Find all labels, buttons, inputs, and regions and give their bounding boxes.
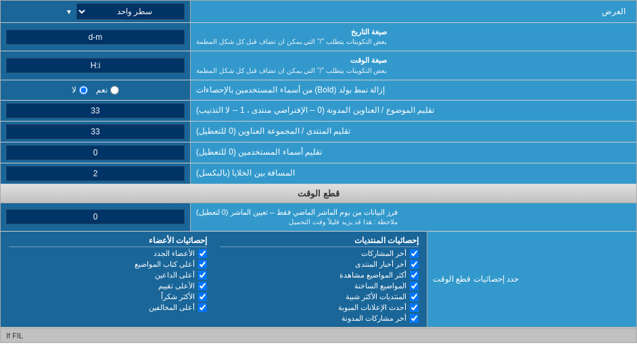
- bold-no-text: لا: [72, 85, 76, 95]
- usernames-trim-label: تقليم أسماء المستخدمين (0 للتعطيل): [196, 147, 322, 158]
- stat-col1-item1[interactable]: أخر المشاركات: [220, 249, 419, 258]
- time-filter-label: فرز البيانات من يوم الماشر الماضي فقط --…: [196, 207, 398, 217]
- bold-yes-label[interactable]: نعم: [96, 85, 119, 95]
- lines-select[interactable]: سطر واحد سطران ثلاثة أسطر: [76, 3, 185, 20]
- date-format-input[interactable]: [6, 30, 185, 45]
- stat-col2-item3[interactable]: أعلى الداعين: [9, 271, 207, 280]
- bold-no-radio[interactable]: [79, 86, 88, 95]
- select-icon: ▼: [66, 8, 72, 16]
- stat-col2-item6[interactable]: أعلى المخالفين: [9, 303, 207, 312]
- forum-order-input[interactable]: [6, 124, 185, 139]
- stat-col1-item6[interactable]: أحدث الإعلانات المبوبة: [220, 303, 419, 312]
- col2-header: إحصائيات الأعضاء: [9, 236, 207, 247]
- bold-yes-radio[interactable]: [110, 86, 119, 95]
- col1-header: إحصائيات المنتديات: [220, 236, 419, 247]
- stat-col1-item5[interactable]: المنتديات الأكثر شبية: [220, 292, 419, 301]
- bold-no-label[interactable]: لا: [72, 85, 88, 95]
- page-title: العرض: [602, 6, 626, 18]
- date-format-sublabel: بعض التكوينات يتطلب "/" التي يمكن ان تضا…: [196, 37, 387, 47]
- stats-section-label: حدد إحصائيات قطع الوقت: [433, 274, 519, 285]
- gap-input[interactable]: [6, 166, 185, 181]
- topic-order-label: تقليم الموضوع / العناوين المدونة (0 -- ا…: [196, 105, 434, 116]
- stat-col2-item5[interactable]: الأكثر شكراً: [9, 292, 207, 301]
- stat-col1-item7[interactable]: أخر مشاركات المدونة: [220, 314, 419, 323]
- footer-note: If FIL: [6, 332, 23, 340]
- date-format-label: صيغة التاريخ: [196, 27, 387, 37]
- stat-col2-item4[interactable]: الأعلى تقييم: [9, 282, 207, 290]
- gap-label: المسافة بين الخلايا (بالبكسل): [196, 167, 295, 179]
- stat-col1-item2[interactable]: أخر أخبار المنتدى: [220, 260, 419, 269]
- time-section-header: قطع الوقت: [1, 184, 636, 203]
- time-filter-sublabel: ملاحظة : هذا قد يزيد قليلاً وقت التحميل: [196, 217, 398, 227]
- bold-stats-label: إزالة نمط بولد (Bold) من أسماء المستخدمي…: [196, 84, 385, 96]
- time-format-input[interactable]: [6, 58, 185, 73]
- usernames-trim-input[interactable]: [6, 145, 185, 160]
- time-filter-input[interactable]: [6, 209, 185, 224]
- time-format-sublabel: بعض التكوينات يتطلب "/" التي يمكن ان تضا…: [196, 66, 387, 76]
- stat-col2-item1[interactable]: الأعضاء الجدد: [9, 249, 207, 258]
- bold-yes-text: نعم: [96, 85, 108, 95]
- stat-col1-item3[interactable]: أكثر المواضيع مشاهدة: [220, 271, 419, 280]
- forum-order-label: تقليم المنتدى / المجموعة العناوين (0 للت…: [196, 126, 350, 137]
- stat-col2-item2[interactable]: أعلى كتاب المواضيع: [9, 260, 207, 269]
- stat-col1-item4[interactable]: المواضيع الساخنة: [220, 282, 419, 290]
- topic-order-input[interactable]: [6, 103, 185, 118]
- time-format-label: صيغة الوقت: [196, 55, 387, 66]
